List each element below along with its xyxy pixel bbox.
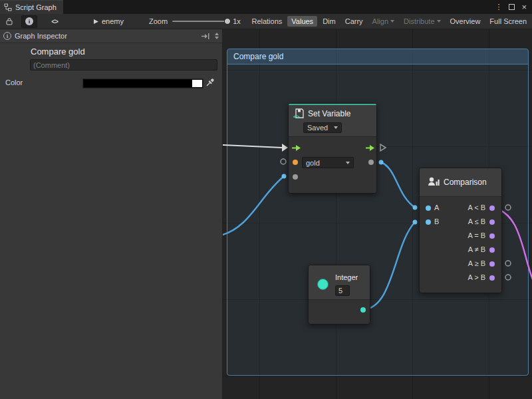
variable-name-dropdown[interactable]: gold [302, 157, 354, 168]
port-point[interactable] [413, 205, 418, 210]
output-equal-port[interactable] [489, 233, 495, 239]
node-header[interactable]: Comparison [420, 168, 501, 197]
node-comparison[interactable]: Comparison A B A < B A ≤ B A = B A ≠ B A… [419, 168, 502, 293]
chevron-down-icon [346, 162, 350, 164]
fullscreen-button[interactable]: Full Screen [485, 16, 531, 27]
zoom-slider-handle[interactable] [224, 18, 231, 25]
close-icon[interactable]: × [521, 3, 527, 11]
lock-button[interactable] [1, 15, 17, 28]
unconnected-port-ring[interactable] [505, 275, 511, 280]
align-button[interactable]: Align [368, 16, 398, 27]
port-point[interactable] [282, 174, 287, 179]
graph-owner-label: enemy [102, 17, 124, 25]
value-output-port[interactable] [368, 160, 374, 165]
inspector-graph-title: Compare gold [31, 47, 85, 57]
integer-output-port[interactable] [360, 307, 366, 313]
node-title: Comparison [444, 178, 487, 187]
script-graph-icon [4, 3, 12, 11]
carry-button[interactable]: Carry [341, 16, 367, 27]
input-a-port[interactable] [426, 205, 431, 211]
integer-value-field[interactable]: 5 [335, 285, 350, 296]
chevron-up-icon [215, 33, 219, 35]
output-label: A > B [467, 273, 485, 281]
output-greater-port[interactable] [489, 275, 495, 281]
output-less-port[interactable] [489, 205, 495, 211]
chevron-down-icon [215, 37, 219, 39]
chevron-down-icon [390, 20, 394, 23]
inspector-title: Graph Inspector [15, 32, 67, 40]
unity-script-graph-window: Script Graph ⋮ × i <> enemy Zo [0, 0, 532, 399]
values-button[interactable]: Values [287, 16, 317, 27]
maximize-icon[interactable] [509, 4, 515, 10]
flow-out-marker[interactable] [380, 144, 386, 151]
color-swatch[interactable] [83, 79, 203, 88]
lock-icon [6, 17, 13, 25]
alpha-segment [192, 80, 202, 87]
main-area: i Graph Inspector Compare gold Color [0, 29, 532, 399]
code-view-button[interactable]: <> [47, 15, 63, 28]
dock-panel-icon[interactable] [201, 33, 209, 40]
port-point[interactable] [379, 160, 384, 165]
output-label: A = B [467, 231, 485, 239]
node-title: Set Variable [308, 109, 350, 118]
chevron-down-icon [334, 126, 338, 129]
inspector-toggle-button[interactable]: i [21, 15, 37, 28]
toolbar-buttons: Relations Values Dim Carry Align Distrib… [247, 16, 532, 27]
output-notequal-port[interactable] [489, 247, 495, 253]
dim-button[interactable]: Dim [319, 16, 340, 27]
value-input-port[interactable] [293, 174, 298, 180]
zoom-label: Zoom [149, 17, 168, 25]
node-header[interactable]: <> Set Variable Saved [289, 104, 376, 137]
flow-output-arrow[interactable] [365, 144, 375, 152]
chevron-down-icon [437, 20, 441, 23]
input-b-port[interactable] [426, 219, 431, 225]
eyedropper-icon[interactable] [205, 78, 215, 87]
output-label: A ≤ B [468, 217, 485, 225]
graph-owner-icon [93, 19, 99, 25]
graph-toolbar: i <> enemy Zoom 1x Relations Values Dim … [0, 14, 532, 29]
unconnected-port-ring[interactable] [281, 159, 286, 164]
integer-type-icon [317, 279, 329, 290]
variable-accent-strip [289, 104, 376, 105]
node-header[interactable]: Integer 5 [309, 265, 370, 300]
info-icon: i [25, 17, 33, 25]
node-title: Integer [335, 273, 358, 281]
input-a-label: A [434, 203, 439, 211]
relations-button[interactable]: Relations [247, 16, 286, 27]
set-variable-icon: <> [293, 108, 305, 120]
output-lessequal-port[interactable] [489, 219, 495, 225]
zoom-value: 1x [233, 17, 241, 25]
flow-input-arrow[interactable] [291, 144, 301, 152]
zoom-slider[interactable] [172, 21, 228, 22]
distribute-button[interactable]: Distribute [400, 16, 444, 27]
graph-inspector-panel: i Graph Inspector Compare gold Color [0, 29, 223, 399]
wire-setvar-to-a[interactable] [381, 162, 415, 207]
tab-label: Script Graph [15, 3, 57, 11]
graph-inspector-header: i Graph Inspector [0, 29, 222, 43]
panel-scroll-arrows[interactable] [215, 33, 219, 39]
wire-flow-in[interactable] [223, 145, 282, 148]
tab-script-graph[interactable]: Script Graph [0, 0, 63, 14]
name-port[interactable] [293, 160, 298, 165]
output-greaterequal-port[interactable] [489, 261, 495, 267]
window-menu-icon[interactable]: ⋮ [495, 3, 502, 11]
info-icon: i [3, 32, 11, 40]
wire-value-in[interactable] [223, 176, 284, 235]
output-label: A < B [467, 203, 485, 211]
unconnected-port-ring[interactable] [505, 261, 511, 266]
node-integer[interactable]: Integer 5 [308, 265, 370, 325]
overview-button[interactable]: Overview [446, 16, 485, 27]
graph-owner-item[interactable]: enemy [93, 17, 124, 25]
comment-input[interactable] [30, 59, 217, 70]
comparison-icon [427, 176, 440, 189]
graph-canvas[interactable]: Compare gold [223, 29, 532, 399]
variable-kind-dropdown[interactable]: Saved [303, 122, 342, 133]
input-b-label: B [434, 217, 439, 225]
svg-text:<>: <> [293, 114, 300, 120]
wire-integer-to-b[interactable] [364, 222, 415, 309]
port-point[interactable] [413, 220, 418, 225]
unconnected-port-ring[interactable] [505, 205, 511, 210]
output-label: A ≠ B [468, 245, 485, 253]
node-set-variable[interactable]: <> Set Variable Saved [288, 103, 377, 194]
zoom-control: Zoom 1x [149, 17, 241, 25]
